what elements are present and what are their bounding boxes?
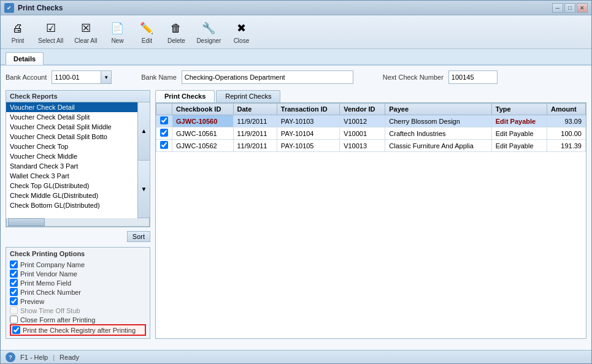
table-row[interactable]: GJWC-10561 11/9/2011 PAY-10104 V10001 Cr… — [156, 127, 586, 140]
list-item[interactable]: Standard Check 3 Part — [6, 161, 137, 171]
option-print-check-num[interactable]: Print Check Number — [10, 287, 146, 297]
row-type: Edit Payable — [491, 127, 547, 140]
row-check[interactable] — [156, 115, 172, 127]
clear-all-icon: ☒ — [77, 20, 94, 37]
select-all-button[interactable]: ☑ Select All — [34, 18, 67, 46]
row-type: Edit Payable — [491, 140, 547, 152]
row-check[interactable] — [156, 140, 172, 152]
option-print-company-checkbox[interactable] — [10, 260, 18, 268]
print-button[interactable]: 🖨 Print — [4, 18, 31, 46]
col-header-amount: Amount — [547, 104, 586, 115]
col-header-date: Date — [233, 104, 277, 115]
row-checkbook-id: GJWC-10560 — [172, 115, 234, 127]
option-print-memo[interactable]: Print Memo Field — [10, 278, 146, 287]
bank-name-input — [182, 70, 353, 84]
row-vendor-id: V10001 — [340, 127, 385, 140]
row-checkbox[interactable] — [160, 129, 168, 137]
select-all-label: Select All — [38, 37, 63, 44]
table-row[interactable]: GJWC-10562 11/9/2011 PAY-10105 V10013 Cl… — [156, 140, 586, 152]
option-print-registry-checkbox[interactable] — [12, 326, 20, 334]
option-print-check-num-checkbox[interactable] — [10, 288, 18, 296]
check-reports-list[interactable]: Voucher Check Detail Voucher Check Detai… — [6, 102, 137, 218]
close-window-button[interactable]: ✕ — [577, 3, 588, 13]
designer-icon: 🔧 — [200, 20, 217, 37]
list-item[interactable]: Check Bottom GL(Distributed) — [6, 200, 137, 210]
check-reports-box: Check Reports Voucher Check Detail Vouch… — [6, 90, 150, 227]
delete-button[interactable]: 🗑 Delete — [163, 18, 190, 46]
bank-account-input[interactable] — [52, 70, 101, 84]
col-header-payee: Payee — [385, 104, 491, 115]
option-print-vendor-checkbox[interactable] — [10, 270, 18, 278]
checks-table: Checkbook ID Date Transaction ID Vendor … — [156, 103, 586, 152]
tab-details[interactable]: Details — [6, 52, 44, 65]
subtab-print-checks[interactable]: Print Checks — [155, 90, 215, 102]
list-item[interactable]: Voucher Check Top — [6, 142, 137, 151]
subtab-reprint-checks[interactable]: Reprint Checks — [216, 90, 280, 102]
option-print-vendor-label: Print Vendor Name — [20, 270, 77, 278]
row-checkbook-id: GJWC-10561 — [172, 127, 234, 140]
help-label[interactable]: F1 - Help — [20, 354, 48, 361]
maximize-button[interactable]: □ — [564, 3, 575, 13]
list-item[interactable]: Wallet Check 3 Part — [6, 171, 137, 181]
option-preview[interactable]: Preview — [10, 297, 146, 306]
option-close-form-label: Close Form after Printing — [20, 316, 95, 324]
bank-account-dropdown[interactable]: ▼ — [52, 70, 112, 84]
row-date: 11/9/2011 — [233, 115, 277, 127]
check-printing-options: Check Printing Options Print Company Nam… — [6, 247, 150, 339]
options-title: Check Printing Options — [10, 250, 146, 257]
col-header-transaction-id: Transaction ID — [277, 104, 339, 115]
horizontal-scrollbar[interactable] — [6, 218, 150, 227]
right-panel: Print Checks Reprint Checks Checkbook ID — [155, 90, 586, 339]
row-checkbox[interactable] — [160, 141, 168, 149]
row-vendor-id: V10012 — [340, 115, 385, 127]
main-area: Check Reports Voucher Check Detail Vouch… — [6, 90, 586, 339]
list-item[interactable]: Voucher Check Detail — [6, 102, 137, 112]
bank-account-dropdown-btn[interactable]: ▼ — [101, 70, 112, 84]
list-item[interactable]: Check Top GL(Distributed) — [6, 181, 137, 191]
bank-row: Bank Account ▼ Bank Name Next Check Numb… — [6, 70, 586, 84]
table-row[interactable]: GJWC-10560 11/9/2011 PAY-10103 V10012 Ch… — [156, 115, 586, 127]
option-preview-checkbox[interactable] — [10, 297, 18, 305]
option-print-memo-checkbox[interactable] — [10, 279, 18, 287]
row-transaction-id: PAY-10105 — [277, 140, 339, 152]
scroll-down-button[interactable]: ▼ — [138, 161, 150, 219]
col-header-checkbook-id: Checkbook ID — [172, 104, 234, 115]
option-close-form-checkbox[interactable] — [10, 316, 18, 324]
minimize-button[interactable]: ─ — [552, 3, 563, 13]
check-reports-list-container: Voucher Check Detail Voucher Check Detai… — [6, 102, 150, 218]
option-close-form[interactable]: Close Form after Printing — [10, 315, 146, 324]
row-type: Edit Payable — [491, 115, 547, 127]
app-icon: ✔ — [4, 3, 14, 13]
list-item[interactable]: Voucher Check Detail Split Middle — [6, 122, 137, 132]
clear-all-button[interactable]: ☒ Clear All — [70, 18, 101, 46]
list-item[interactable]: Voucher Check Detail Split Botto — [6, 132, 137, 142]
option-print-vendor[interactable]: Print Vendor Name — [10, 269, 146, 278]
next-check-input[interactable] — [448, 70, 498, 84]
option-print-registry[interactable]: Print the Check Registry after Printing — [10, 324, 146, 336]
option-preview-label: Preview — [20, 298, 44, 305]
list-item[interactable]: Voucher Check Middle — [6, 151, 137, 161]
option-show-time-off: Show Time Off Stub — [10, 306, 146, 315]
new-icon: 📄 — [109, 20, 126, 37]
title-bar: ✔ Print Checks ─ □ ✕ — [1, 1, 591, 15]
list-item[interactable]: Check Middle GL(Distributed) — [6, 191, 137, 200]
row-transaction-id: PAY-10104 — [277, 127, 339, 140]
row-vendor-id: V10013 — [340, 140, 385, 152]
sort-button[interactable]: Sort — [127, 231, 150, 242]
option-show-time-off-checkbox — [10, 306, 18, 314]
edit-button[interactable]: ✏️ Edit — [133, 18, 160, 46]
status-bar: ? F1 - Help | Ready — [1, 350, 591, 363]
option-print-company[interactable]: Print Company Name — [10, 260, 146, 269]
new-button[interactable]: 📄 New — [104, 18, 131, 46]
row-checkbox[interactable] — [160, 116, 168, 124]
close-button[interactable]: ✖ Close — [228, 18, 255, 46]
row-amount: 93.09 — [547, 115, 586, 127]
table-header-row: Checkbook ID Date Transaction ID Vendor … — [156, 104, 586, 115]
col-header-check — [156, 104, 172, 115]
designer-button[interactable]: 🔧 Designer — [192, 18, 225, 46]
scroll-up-button[interactable]: ▲ — [138, 102, 150, 161]
list-item[interactable]: Voucher Check Detail Split — [6, 112, 137, 122]
row-check[interactable] — [156, 127, 172, 140]
row-checkbook-id: GJWC-10562 — [172, 140, 234, 152]
select-all-icon: ☑ — [42, 20, 60, 37]
